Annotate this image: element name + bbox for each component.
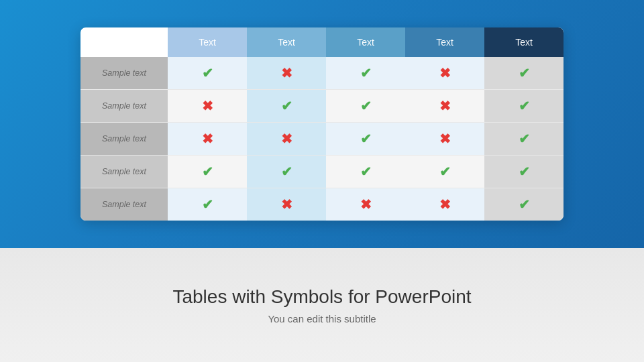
cross-icon: ✖ xyxy=(281,66,292,80)
check-icon: ✔ xyxy=(360,164,372,179)
check-icon: ✔ xyxy=(360,131,372,146)
cross-icon: ✖ xyxy=(281,197,292,212)
subtitle: You can edit this subtitle xyxy=(268,313,376,324)
table-row: Sample text✔✖✔✖✔ xyxy=(80,57,564,90)
cell-r2-c0: ✖ xyxy=(168,123,247,156)
cross-icon: ✖ xyxy=(439,197,451,212)
cell-r2-c1: ✖ xyxy=(247,123,326,156)
cell-r1-c1: ✔ xyxy=(247,90,326,123)
top-section: Text Text Text Text Text Sample text✔✖✔✖… xyxy=(0,0,644,248)
cell-r2-c4: ✔ xyxy=(484,123,564,156)
bottom-section: Tables with Symbols for PowerPoint You c… xyxy=(0,248,644,362)
table-row: Sample text✖✔✔✖✔ xyxy=(80,90,564,123)
check-icon: ✔ xyxy=(519,99,530,113)
row-label: Sample text xyxy=(80,188,168,221)
cell-r0-c0: ✔ xyxy=(168,57,247,90)
cell-r3-c1: ✔ xyxy=(247,156,326,188)
check-icon: ✔ xyxy=(360,99,372,113)
cell-r1-c0: ✖ xyxy=(168,90,247,123)
check-icon: ✔ xyxy=(202,164,213,179)
cell-r3-c0: ✔ xyxy=(168,156,247,188)
cell-r3-c3: ✔ xyxy=(405,156,484,188)
cell-r0-c2: ✔ xyxy=(326,57,405,90)
cross-icon: ✖ xyxy=(439,131,451,146)
cross-icon: ✖ xyxy=(202,131,213,146)
check-icon: ✔ xyxy=(519,131,530,146)
table-header-row: Text Text Text Text Text xyxy=(80,27,564,57)
cell-r0-c3: ✖ xyxy=(405,57,484,90)
cell-r0-c4: ✔ xyxy=(484,57,564,90)
cell-r2-c3: ✖ xyxy=(405,123,484,156)
check-icon: ✔ xyxy=(281,164,292,179)
check-icon: ✔ xyxy=(360,66,372,80)
check-icon: ✔ xyxy=(519,66,530,80)
cell-r4-c3: ✖ xyxy=(405,188,484,221)
cell-r4-c0: ✔ xyxy=(168,188,247,221)
header-col2: Text xyxy=(247,27,326,57)
header-col5: Text xyxy=(484,27,564,57)
cross-icon: ✖ xyxy=(360,197,372,212)
table-row: Sample text✔✔✔✔✔ xyxy=(80,156,564,188)
check-icon: ✔ xyxy=(519,164,530,179)
cross-icon: ✖ xyxy=(439,99,451,113)
cell-r3-c2: ✔ xyxy=(326,156,405,188)
cell-r3-c4: ✔ xyxy=(484,156,564,188)
check-icon: ✔ xyxy=(281,99,292,113)
header-col4: Text xyxy=(405,27,484,57)
check-icon: ✔ xyxy=(519,197,530,212)
cell-r4-c1: ✖ xyxy=(247,188,326,221)
cell-r1-c2: ✔ xyxy=(326,90,405,123)
cell-r0-c1: ✖ xyxy=(247,57,326,90)
check-icon: ✔ xyxy=(202,197,213,212)
cell-r1-c3: ✖ xyxy=(405,90,484,123)
cross-icon: ✖ xyxy=(281,131,292,146)
row-label: Sample text xyxy=(80,57,168,90)
header-col3: Text xyxy=(326,27,405,57)
cross-icon: ✖ xyxy=(202,99,213,113)
check-icon: ✔ xyxy=(439,164,451,179)
comparison-table: Text Text Text Text Text Sample text✔✖✔✖… xyxy=(80,27,564,221)
cell-r1-c4: ✔ xyxy=(484,90,564,123)
table-row: Sample text✖✖✔✖✔ xyxy=(80,123,564,156)
cell-r4-c2: ✖ xyxy=(326,188,405,221)
check-icon: ✔ xyxy=(202,66,213,80)
table-card: Text Text Text Text Text Sample text✔✖✔✖… xyxy=(80,27,564,221)
cell-r4-c4: ✔ xyxy=(484,188,564,221)
cross-icon: ✖ xyxy=(439,66,451,80)
header-col1: Text xyxy=(168,27,247,57)
row-label: Sample text xyxy=(80,156,168,188)
table-row: Sample text✔✖✖✖✔ xyxy=(80,188,564,221)
header-label-cell xyxy=(80,27,168,57)
cell-r2-c2: ✔ xyxy=(326,123,405,156)
row-label: Sample text xyxy=(80,123,168,156)
main-title: Tables with Symbols for PowerPoint xyxy=(172,286,471,308)
row-label: Sample text xyxy=(80,90,168,123)
